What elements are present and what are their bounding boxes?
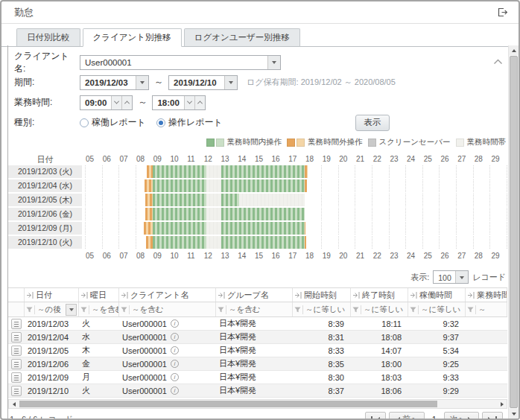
table-row[interactable]: 2019/12/06金User000001日本¥開発8:3518:009:25 bbox=[8, 357, 507, 371]
filter-client[interactable]: ～を含む bbox=[119, 302, 216, 316]
pin-column-icon[interactable] bbox=[81, 292, 88, 299]
row-detail-button[interactable] bbox=[11, 319, 22, 329]
pin-column-icon[interactable] bbox=[468, 292, 475, 299]
page-size-select[interactable]: 100 bbox=[433, 270, 469, 284]
gantt-segment-band bbox=[206, 208, 222, 220]
scroll-left-icon[interactable] bbox=[9, 400, 19, 408]
client-select[interactable]: User000001 bbox=[80, 55, 281, 70]
filter-funnel-icon[interactable] bbox=[352, 307, 359, 313]
pin-column-icon[interactable] bbox=[121, 292, 128, 299]
col-header-business-time[interactable]: 業務時間 bbox=[466, 288, 507, 302]
table-row[interactable]: 2019/12/04水User000001日本¥開発8:3118:089:37 bbox=[8, 331, 507, 344]
info-icon[interactable] bbox=[171, 360, 179, 368]
tab-client-trend[interactable]: クライアント別推移 bbox=[83, 28, 182, 47]
horizontal-scrollbar-thumb[interactable] bbox=[19, 401, 437, 407]
info-icon[interactable] bbox=[171, 386, 179, 395]
filter-start-time[interactable]: ～に等しい bbox=[293, 302, 351, 316]
col-header-date[interactable]: 日付 bbox=[25, 288, 79, 302]
filter-funnel-icon[interactable] bbox=[26, 307, 33, 313]
spinner-up-icon[interactable] bbox=[194, 96, 205, 109]
filter-end-time[interactable]: ～に等しい bbox=[351, 302, 408, 316]
table-row[interactable]: 2019/12/09月User000001日本¥開発8:3018:039:33 bbox=[8, 371, 507, 384]
chevron-down-icon[interactable] bbox=[455, 271, 468, 283]
col-header-group[interactable]: グループ名 bbox=[216, 288, 293, 302]
col-header-end-time[interactable]: 終了時刻 bbox=[351, 288, 408, 302]
gantt-segment-out bbox=[145, 179, 153, 192]
col-header-operating-time[interactable]: 稼働時間 bbox=[408, 288, 466, 302]
scroll-up-icon[interactable] bbox=[509, 45, 519, 55]
gantt-gridline bbox=[304, 222, 321, 235]
chevron-down-icon[interactable] bbox=[267, 56, 280, 69]
vertical-scrollbar[interactable] bbox=[508, 45, 519, 419]
filter-funnel-icon[interactable] bbox=[121, 307, 127, 313]
filter-funnel-icon[interactable] bbox=[410, 307, 416, 313]
collapse-form-chevron[interactable] bbox=[493, 54, 503, 68]
spinner-up-icon[interactable] bbox=[121, 96, 132, 109]
row-detail-button[interactable] bbox=[11, 359, 22, 369]
scroll-down-icon[interactable] bbox=[509, 409, 519, 419]
spinner-down-icon[interactable] bbox=[184, 96, 194, 109]
filter-funnel-icon[interactable] bbox=[218, 307, 224, 313]
filter-business-time[interactable]: ～ bbox=[466, 302, 507, 316]
period-from-select[interactable]: 2019/12/03 bbox=[80, 75, 149, 90]
period-from-value: 2019/12/03 bbox=[80, 76, 136, 89]
pin-column-icon[interactable] bbox=[353, 292, 360, 299]
gantt-date-label: 2019/12/03 (火) bbox=[8, 165, 82, 178]
cell-value: 18:00 bbox=[381, 360, 402, 369]
filter-date[interactable]: ～の後 bbox=[25, 302, 79, 316]
last-page-button[interactable] bbox=[482, 412, 503, 419]
radio-icon[interactable] bbox=[80, 118, 89, 127]
filter-funnel-icon[interactable] bbox=[467, 307, 474, 313]
hours-to-stepper[interactable]: 18:00 bbox=[152, 95, 205, 110]
row-detail-button[interactable] bbox=[11, 332, 22, 343]
period-to-select[interactable]: 2019/12/10 bbox=[168, 75, 238, 90]
chevron-down-icon[interactable] bbox=[224, 76, 237, 89]
row-detail-button[interactable] bbox=[11, 386, 22, 396]
gantt-hour-label: 26 bbox=[440, 250, 457, 262]
show-button[interactable]: 表示 bbox=[355, 115, 390, 131]
chevron-down-icon[interactable] bbox=[136, 76, 148, 89]
report-type-option-0[interactable]: 稼働レポート bbox=[80, 116, 146, 129]
col-header-day[interactable]: 曜日 bbox=[79, 288, 119, 302]
report-type-option-1[interactable]: 操作レポート bbox=[156, 116, 223, 129]
filter-dropdown-icon[interactable] bbox=[66, 304, 77, 316]
filter-funnel-icon[interactable] bbox=[80, 307, 87, 313]
row-detail-button[interactable] bbox=[11, 372, 22, 383]
filter-operating-time[interactable]: ～に等しい bbox=[408, 302, 466, 316]
pin-column-icon[interactable] bbox=[295, 292, 302, 299]
next-page-button[interactable]: 次へ bbox=[444, 412, 479, 419]
table-row[interactable]: 2019/12/10火User000001日本¥開発8:3718:069:29 bbox=[8, 384, 507, 398]
scroll-right-icon[interactable] bbox=[497, 400, 507, 408]
pin-column-icon[interactable] bbox=[410, 292, 417, 299]
cell-operating: 9:37 bbox=[408, 331, 466, 343]
gantt-gridline bbox=[422, 194, 440, 206]
exit-icon[interactable] bbox=[495, 7, 509, 19]
radio-selected-icon[interactable] bbox=[156, 118, 165, 127]
tab-date-comparison[interactable]: 日付別比較 bbox=[16, 28, 80, 47]
tab-logon-user-trend[interactable]: ログオンユーザー別推移 bbox=[184, 28, 300, 47]
filter-day[interactable]: ～を含む bbox=[79, 302, 119, 316]
spinner-down-icon[interactable] bbox=[111, 96, 121, 109]
range-separator: ～ bbox=[138, 96, 147, 109]
info-icon[interactable] bbox=[171, 373, 179, 381]
pin-column-icon[interactable] bbox=[218, 292, 225, 299]
row-detail-button[interactable] bbox=[11, 346, 22, 356]
table-row[interactable]: 2019/12/05木User000001日本¥開発8:3314:075:34 bbox=[8, 344, 507, 357]
first-page-button[interactable] bbox=[365, 412, 386, 419]
vertical-scrollbar-thumb[interactable] bbox=[510, 56, 518, 408]
filter-group[interactable]: ～を含む bbox=[216, 302, 293, 316]
prev-page-button[interactable]: 前へ bbox=[389, 412, 424, 419]
table-row[interactable]: 2019/12/03火User000001日本¥開発8:3918:119:32 bbox=[8, 317, 507, 331]
gantt-gridline bbox=[489, 236, 507, 249]
info-icon[interactable] bbox=[171, 333, 179, 341]
filter-operator-label: ～を含む bbox=[132, 305, 164, 315]
hours-from-stepper[interactable]: 09:00 bbox=[80, 95, 133, 110]
col-header-start-time[interactable]: 開始時刻 bbox=[293, 288, 351, 302]
filter-funnel-icon[interactable] bbox=[294, 307, 301, 313]
info-icon[interactable] bbox=[171, 319, 179, 328]
gantt-gridline bbox=[456, 236, 473, 249]
info-icon[interactable] bbox=[171, 346, 179, 354]
pin-column-icon[interactable] bbox=[27, 292, 34, 299]
horizontal-scrollbar[interactable] bbox=[8, 399, 507, 409]
col-header-client[interactable]: クライアント名 bbox=[119, 288, 216, 302]
